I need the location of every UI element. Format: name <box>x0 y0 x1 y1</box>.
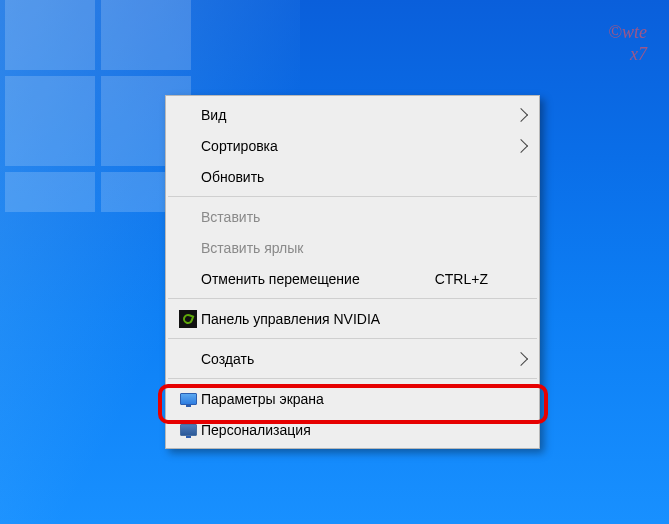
menu-label: Вставить ярлык <box>201 240 506 256</box>
menu-label: Вид <box>201 107 506 123</box>
menu-item-undo-move[interactable]: Отменить перемещение CTRL+Z <box>167 263 538 294</box>
menu-label: Персонализация <box>201 422 506 438</box>
menu-item-sort[interactable]: Сортировка <box>167 130 538 161</box>
menu-item-paste-shortcut: Вставить ярлык <box>167 232 538 263</box>
menu-separator <box>168 378 537 379</box>
menu-item-display-settings[interactable]: Параметры экрана <box>167 383 538 414</box>
windows-logo-tiles <box>5 0 191 212</box>
menu-separator <box>168 298 537 299</box>
menu-item-personalize[interactable]: Персонализация <box>167 414 538 445</box>
menu-item-paste: Вставить <box>167 201 538 232</box>
menu-separator <box>168 338 537 339</box>
chevron-right-icon <box>514 138 528 152</box>
chevron-right-icon <box>514 107 528 121</box>
menu-item-create[interactable]: Создать <box>167 343 538 374</box>
menu-item-nvidia-panel[interactable]: Панель управления NVIDIA <box>167 303 538 334</box>
menu-item-refresh[interactable]: Обновить <box>167 161 538 192</box>
watermark-text: ©wtex7 <box>608 22 647 65</box>
menu-label: Панель управления NVIDIA <box>201 311 506 327</box>
menu-label: Обновить <box>201 169 506 185</box>
menu-separator <box>168 196 537 197</box>
menu-label: Отменить перемещение <box>201 271 435 287</box>
monitor-icon <box>180 393 197 405</box>
personalize-icon <box>180 424 197 436</box>
menu-label: Параметры экрана <box>201 391 506 407</box>
nvidia-icon <box>179 310 197 328</box>
chevron-right-icon <box>514 351 528 365</box>
menu-shortcut: CTRL+Z <box>435 271 506 287</box>
menu-label: Создать <box>201 351 506 367</box>
menu-item-view[interactable]: Вид <box>167 99 538 130</box>
desktop-context-menu: Вид Сортировка Обновить Вставить Вставит… <box>165 95 540 449</box>
menu-label: Сортировка <box>201 138 506 154</box>
menu-label: Вставить <box>201 209 506 225</box>
